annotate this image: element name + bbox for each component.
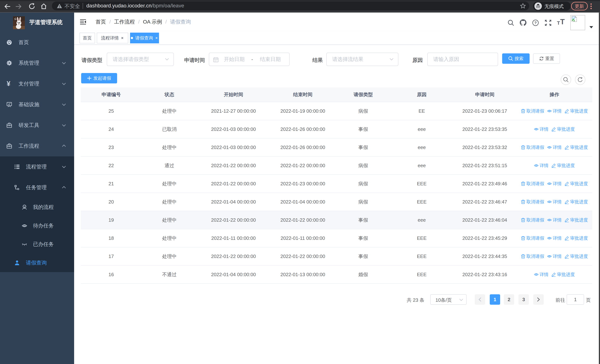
svg-text:?: ? [534, 20, 537, 25]
